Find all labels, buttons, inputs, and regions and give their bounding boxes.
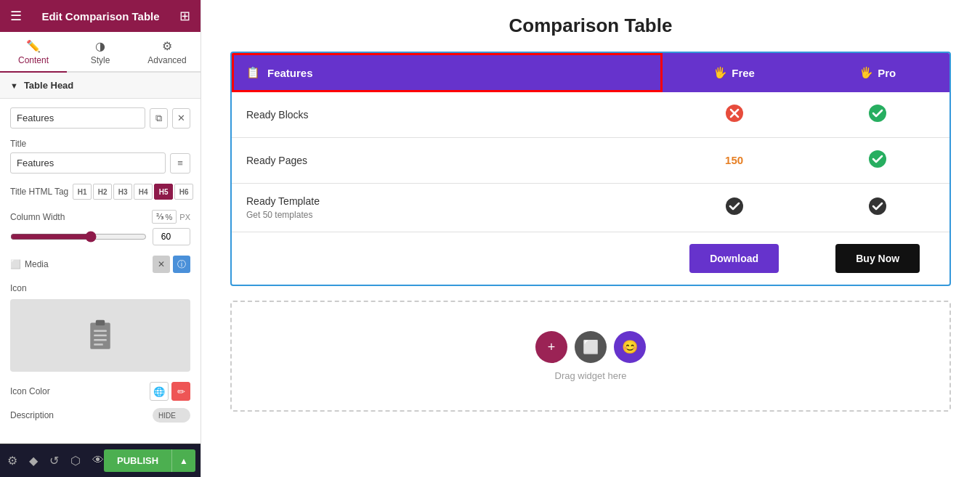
hamburger-icon[interactable]: ☰ xyxy=(10,8,22,24)
media-actions: ✕ ⓘ xyxy=(153,256,190,273)
responsive-icon[interactable]: ⬡ xyxy=(70,454,81,468)
feature-name-ready-template: Ready Template xyxy=(246,195,648,207)
publish-arrow-button[interactable]: ▲ xyxy=(171,449,195,472)
icon-label: Icon xyxy=(10,283,190,293)
html-tag-label: Title HTML Tag xyxy=(10,187,68,197)
tabs-row: ✏️ Content ◑ Style ⚙ Advanced xyxy=(0,32,201,73)
tag-h6[interactable]: H6 xyxy=(174,184,193,200)
table-header-row: 📋 Features 🖐 Free 🖐 Pro xyxy=(232,53,949,92)
tag-h4[interactable]: H4 xyxy=(134,184,153,200)
pro-icon: 🖐 xyxy=(859,66,873,79)
style-tab-icon: ◑ xyxy=(95,39,105,53)
free-icon: 🖐 xyxy=(713,66,727,79)
svg-point-12 xyxy=(869,197,886,215)
media-row: ⬜ Media ✕ ⓘ xyxy=(10,256,190,273)
row2-col2 xyxy=(806,138,949,184)
th-free: 🖐 Free xyxy=(663,53,806,92)
tag-h1[interactable]: H1 xyxy=(73,184,92,200)
table-row: Ready Pages 150 xyxy=(232,138,949,184)
check-dark-icon xyxy=(868,197,887,216)
drag-area: + ⬜ 😊 Drag widget here xyxy=(230,301,951,412)
drag-text: Drag widget here xyxy=(246,370,935,381)
clipboard-icon xyxy=(82,317,118,354)
svg-point-9 xyxy=(869,105,886,122)
tag-h3[interactable]: H3 xyxy=(113,184,132,200)
publish-button[interactable]: PUBLISH xyxy=(104,449,171,472)
panel-title: Edit Comparison Table xyxy=(41,10,159,23)
buy-now-button[interactable]: Buy Now xyxy=(835,244,920,273)
eye-icon[interactable]: 👁 xyxy=(92,454,104,468)
main-content: Comparison Table 📋 Features 🖐 Free xyxy=(201,0,980,477)
icon-preview xyxy=(10,299,190,372)
check-green-icon xyxy=(868,104,887,123)
media-x-btn[interactable]: ✕ xyxy=(153,256,170,273)
px-label: PX xyxy=(179,213,190,221)
feature-name-cell: Ready Pages xyxy=(232,138,663,184)
copy-icon-btn[interactable]: ⧉ xyxy=(150,108,168,129)
toggle-hide-label: HIDE xyxy=(158,412,176,420)
emoji-icon[interactable]: 😊 xyxy=(614,331,646,363)
media-icon: ⬜ xyxy=(10,259,21,269)
icon-color-row: Icon Color 🌐 ✏ xyxy=(10,382,190,401)
width-number-input[interactable] xyxy=(153,228,190,245)
tab-style[interactable]: ◑ Style xyxy=(67,32,134,73)
cross-red-icon xyxy=(725,104,744,123)
tab-advanced-label: Advanced xyxy=(147,55,186,65)
unit-icon: ⅔ xyxy=(156,212,164,221)
page-title: Comparison Table xyxy=(230,15,951,37)
action-col1: Download xyxy=(663,232,806,285)
icon-color-label: Icon Color xyxy=(10,386,50,396)
drag-icons: + ⬜ 😊 xyxy=(246,331,935,363)
svg-rect-2 xyxy=(94,330,107,333)
section-header[interactable]: ▼ Table Head xyxy=(0,73,201,99)
comparison-table-wrapper: 📋 Features 🖐 Free 🖐 Pro xyxy=(230,52,951,286)
widget-type-icon[interactable]: ⬜ xyxy=(575,331,607,363)
feature-name-ready-blocks: Ready Blocks xyxy=(246,109,309,121)
toggle-hide-btn[interactable]: HIDE xyxy=(153,408,190,423)
width-slider[interactable] xyxy=(10,231,147,242)
table-row: Ready Template Get 50 templates xyxy=(232,184,949,232)
action-empty-cell xyxy=(232,232,663,285)
tag-h5[interactable]: H5 xyxy=(154,184,173,200)
panel-body: ⧉ ✕ Title ≡ Title HTML Tag H1 H2 H3 H4 H… xyxy=(0,99,201,444)
svg-rect-4 xyxy=(94,339,107,341)
col-width-row: Column Width ⅔ % PX xyxy=(10,210,190,224)
media-info-btn[interactable]: ⓘ xyxy=(173,256,190,273)
title-input[interactable] xyxy=(10,152,166,174)
feature-name-cell: Ready Blocks xyxy=(232,92,663,138)
list-icon-btn[interactable]: ≡ xyxy=(170,153,190,174)
svg-rect-3 xyxy=(94,335,107,337)
add-widget-icon[interactable]: + xyxy=(535,331,567,363)
unit-label: % xyxy=(166,213,173,221)
left-panel: ☰ Edit Comparison Table ⊞ ✏️ Content ◑ S… xyxy=(0,0,201,477)
th-pro: 🖐 Pro xyxy=(806,53,949,92)
svg-point-10 xyxy=(869,150,886,168)
icon-color-btns: 🌐 ✏ xyxy=(150,382,190,401)
svg-rect-1 xyxy=(96,320,105,326)
comparison-table: 📋 Features 🖐 Free 🖐 Pro xyxy=(232,53,949,285)
top-bar: ☰ Edit Comparison Table ⊞ xyxy=(0,0,201,32)
tag-h2[interactable]: H2 xyxy=(93,184,112,200)
history-icon[interactable]: ↺ xyxy=(49,454,59,468)
media-label: ⬜ Media xyxy=(10,259,49,269)
grid-icon[interactable]: ⊞ xyxy=(179,8,190,24)
edit-color-btn[interactable]: ✏ xyxy=(171,382,190,401)
feature-name-ready-pages: Ready Pages xyxy=(246,155,307,166)
field-name-row: ⧉ ✕ xyxy=(10,107,190,129)
th-features: 📋 Features xyxy=(232,53,663,92)
action-col2: Buy Now xyxy=(806,232,949,285)
tag-buttons: H1 H2 H3 H4 H5 H6 xyxy=(73,184,193,200)
close-icon-btn[interactable]: ✕ xyxy=(172,108,190,129)
diamond-icon[interactable]: ◆ xyxy=(29,454,38,468)
settings-icon[interactable]: ⚙ xyxy=(7,454,17,468)
check-green-icon xyxy=(868,150,887,168)
title-field-row: ≡ xyxy=(10,152,190,174)
field-name-input[interactable] xyxy=(10,107,145,129)
publish-btn-group: PUBLISH ▲ xyxy=(104,449,195,472)
tab-advanced[interactable]: ⚙ Advanced xyxy=(134,32,201,73)
download-button[interactable]: Download xyxy=(689,244,779,273)
globe-btn[interactable]: 🌐 xyxy=(150,382,169,401)
tab-content[interactable]: ✏️ Content xyxy=(0,32,67,73)
collapse-arrow-icon: ▼ xyxy=(10,81,18,90)
unit-percent-btn[interactable]: ⅔ % xyxy=(152,210,177,224)
